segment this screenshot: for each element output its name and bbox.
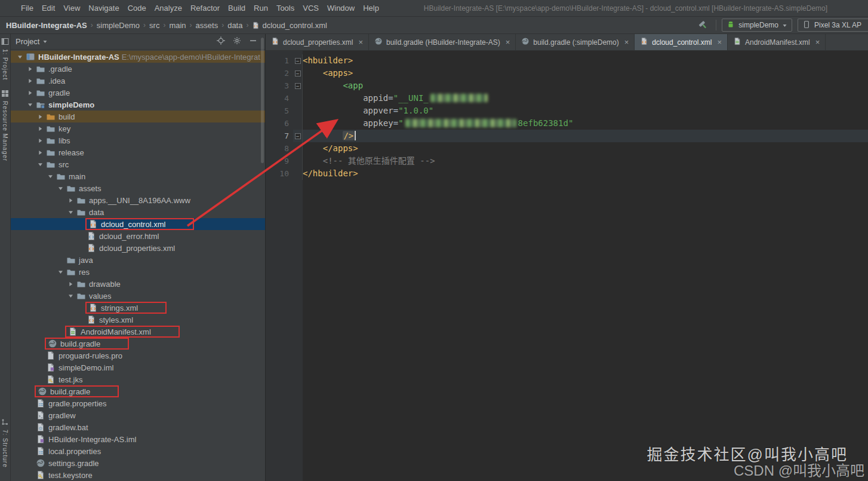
hide-panel-icon[interactable] bbox=[248, 36, 258, 47]
tree-item-gradlew[interactable]: gradlew bbox=[11, 409, 265, 421]
chevron-right-icon[interactable] bbox=[66, 197, 75, 204]
chevron-right-icon[interactable] bbox=[26, 66, 35, 72]
menu-item-refactor[interactable]: Refactor bbox=[186, 0, 224, 16]
editor-tab-build-gradle-hbuilder-integrate-as[interactable]: build.gradle (HBuilder-Integrate-AS)× bbox=[369, 34, 516, 50]
close-tab-icon[interactable]: × bbox=[815, 38, 820, 46]
fold-gutter[interactable]: − bbox=[293, 130, 303, 142]
build-hammer-icon[interactable] bbox=[696, 18, 710, 32]
chevron-down-icon[interactable] bbox=[42, 39, 48, 44]
tool-stripe-7-structure[interactable]: 7: Structure bbox=[1, 418, 9, 468]
chevron-right-icon[interactable] bbox=[36, 125, 45, 132]
tree-item-test-jks[interactable]: test.jks bbox=[11, 373, 265, 385]
tree-item-libs[interactable]: libs bbox=[11, 134, 265, 146]
menu-item-run[interactable]: Run bbox=[250, 0, 272, 16]
breadcrumb-item-data[interactable]: data bbox=[227, 21, 242, 30]
fold-gutter[interactable]: − bbox=[293, 54, 303, 67]
fold-marker-icon[interactable]: − bbox=[295, 58, 301, 64]
tree-item-proguard-rules-pro[interactable]: proguard-rules.pro bbox=[11, 350, 265, 361]
fold-marker-icon[interactable]: − bbox=[295, 71, 301, 76]
menu-item-analyze[interactable]: Analyze bbox=[150, 0, 186, 16]
chevron-down-icon[interactable] bbox=[46, 173, 55, 180]
tree-item-gradle[interactable]: .gradle bbox=[11, 63, 265, 75]
tree-item-settings-gradle[interactable]: settings.gradle bbox=[11, 457, 265, 469]
tree-item-gradlew-bat[interactable]: gradlew.bat bbox=[11, 421, 265, 433]
menu-item-vcs[interactable]: VCS bbox=[298, 0, 323, 16]
code-line-1[interactable]: 1−<hbuilder> bbox=[266, 54, 868, 67]
menu-item-build[interactable]: Build bbox=[224, 0, 250, 16]
fold-gutter[interactable]: − bbox=[293, 67, 303, 79]
tree-item-build-gradle[interactable]: build.gradle bbox=[11, 385, 265, 397]
tree-item-simpledemo-iml[interactable]: simpleDemo.iml bbox=[11, 361, 265, 373]
project-tree-scrollbar[interactable] bbox=[261, 38, 264, 163]
chevron-down-icon[interactable] bbox=[26, 102, 35, 108]
menu-item-edit[interactable]: Edit bbox=[38, 0, 59, 16]
tree-item-styles-xml[interactable]: styles.xml bbox=[11, 314, 265, 326]
chevron-right-icon[interactable] bbox=[26, 78, 35, 84]
code-line-6[interactable]: 6 appkey="8efb62381d" bbox=[266, 117, 868, 130]
chevron-right-icon[interactable] bbox=[36, 114, 45, 120]
tree-item-build-gradle[interactable]: build.gradle bbox=[11, 338, 265, 350]
tree-item-apps-uni-8a196aa-www[interactable]: apps.__UNI__8A196AA.www bbox=[11, 194, 265, 206]
tree-item-idea[interactable]: .idea bbox=[11, 75, 265, 87]
code-line-9[interactable]: 9 <!-- 其他原生插件配置 --> bbox=[266, 155, 868, 167]
chevron-right-icon[interactable] bbox=[36, 149, 45, 156]
chevron-down-icon[interactable] bbox=[56, 185, 65, 192]
tree-item-main[interactable]: main bbox=[11, 170, 265, 182]
tree-item-dcloud-error-html[interactable]: dcloud_error.html bbox=[11, 230, 265, 242]
code-editor[interactable]: 1−<hbuilder>2− <apps>3− <app4 appid="__U… bbox=[266, 51, 868, 481]
code-line-2[interactable]: 2− <apps> bbox=[266, 67, 868, 79]
tree-item-values[interactable]: values bbox=[11, 290, 265, 302]
chevron-right-icon[interactable] bbox=[26, 90, 35, 96]
fold-marker-icon[interactable]: − bbox=[295, 83, 301, 89]
breadcrumb-item-assets[interactable]: assets bbox=[196, 21, 218, 30]
breadcrumb-item-simpledemo[interactable]: simpleDemo bbox=[97, 21, 140, 30]
menu-item-view[interactable]: View bbox=[59, 0, 84, 16]
tree-item-hbuilder-integrate-as-iml[interactable]: HBuilder-Integrate-AS.iml bbox=[11, 433, 265, 445]
breadcrumb-item-dcloud-control-xml[interactable]: dcloud_control.xml bbox=[252, 20, 327, 30]
menu-item-window[interactable]: Window bbox=[323, 0, 359, 16]
tree-item-hbuilder-integrate-as[interactable]: HBuilder-Integrate-ASE:\myspace\app-demo… bbox=[11, 51, 265, 63]
run-config-select[interactable]: simpleDemo bbox=[722, 19, 792, 32]
tree-item-simpledemo[interactable]: simpleDemo bbox=[11, 99, 265, 111]
fold-gutter[interactable]: − bbox=[293, 79, 303, 92]
chevron-down-icon[interactable] bbox=[36, 161, 45, 168]
code-line-5[interactable]: 5 appver="1.0.0" bbox=[266, 105, 868, 117]
code-line-8[interactable]: 8 </apps> bbox=[266, 142, 868, 155]
tree-item-assets[interactable]: assets bbox=[11, 182, 265, 194]
chevron-down-icon[interactable] bbox=[66, 293, 75, 299]
menu-item-navigate[interactable]: Navigate bbox=[84, 0, 123, 16]
menu-item-help[interactable]: Help bbox=[359, 0, 383, 16]
tree-item-gradle-properties[interactable]: gradle.properties bbox=[11, 397, 265, 409]
tree-item-dcloud-properties-xml[interactable]: dcloud_properties.xml bbox=[11, 242, 265, 254]
tree-item-gradle[interactable]: gradle bbox=[11, 87, 265, 99]
tool-stripe-resource-manager[interactable]: Resource Manager bbox=[1, 90, 9, 161]
fold-marker-icon[interactable]: − bbox=[295, 133, 301, 139]
breadcrumb-item-hbuilder-integrate-as[interactable]: HBuilder-Integrate-AS bbox=[6, 21, 87, 30]
editor-tab-androidmanifest-xml[interactable]: AndroidManifest.xml× bbox=[728, 34, 826, 50]
menu-item-code[interactable]: Code bbox=[124, 0, 150, 16]
editor-tab-build-gradle-simpledemo[interactable]: build.gradle (:simpleDemo)× bbox=[516, 34, 635, 50]
gear-icon[interactable] bbox=[232, 36, 242, 47]
close-tab-icon[interactable]: × bbox=[624, 38, 629, 46]
chevron-right-icon[interactable] bbox=[66, 281, 75, 287]
chevron-down-icon[interactable] bbox=[66, 209, 75, 216]
editor-tab-dcloud-control-xml[interactable]: dcloud_control.xml× bbox=[635, 34, 728, 50]
code-line-7[interactable]: 7− /> bbox=[266, 130, 868, 142]
tree-item-key[interactable]: key bbox=[11, 122, 265, 134]
tree-item-drawable[interactable]: drawable bbox=[11, 278, 265, 290]
chevron-down-icon[interactable] bbox=[56, 269, 65, 275]
editor-tab-dcloud-properties-xml[interactable]: dcloud_properties.xml× bbox=[266, 34, 369, 50]
tree-item-strings-xml[interactable]: strings.xml bbox=[11, 302, 265, 314]
breadcrumb-item-src[interactable]: src bbox=[149, 21, 159, 30]
tree-item-test-keystore[interactable]: test.keystore bbox=[11, 469, 265, 481]
tool-stripe-1-project[interactable]: 1: Project bbox=[1, 38, 9, 80]
menu-item-tools[interactable]: Tools bbox=[272, 0, 298, 16]
code-line-10[interactable]: 10</hbuilder> bbox=[266, 167, 868, 180]
tree-item-java[interactable]: java bbox=[11, 254, 265, 266]
tree-item-release[interactable]: release bbox=[11, 146, 265, 158]
tree-item-src[interactable]: src bbox=[11, 158, 265, 170]
tree-item-dcloud-control-xml[interactable]: dcloud_control.xml bbox=[11, 218, 265, 230]
locate-file-icon[interactable] bbox=[216, 36, 226, 47]
tree-item-data[interactable]: data bbox=[11, 206, 265, 218]
breadcrumb-item-main[interactable]: main bbox=[169, 21, 186, 30]
